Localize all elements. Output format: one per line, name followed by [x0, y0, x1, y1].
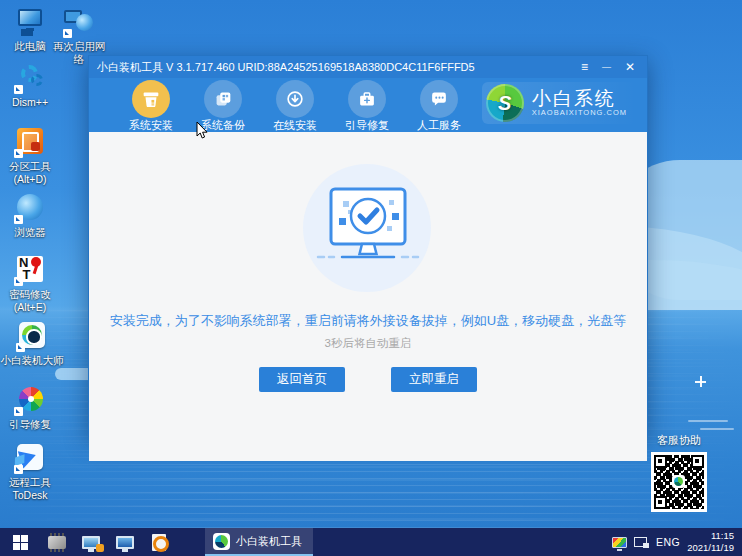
taskbar: 小白装机工具 ENG 11:15 2021/11/19 — [0, 528, 742, 556]
gears-icon — [14, 62, 46, 94]
download-icon — [276, 80, 314, 118]
back-home-button[interactable]: 返回首页 — [259, 367, 345, 392]
brand-subtitle: XIAOBAIXITONG.COM — [532, 108, 627, 117]
taskbar-active-task[interactable]: 小白装机工具 — [205, 528, 313, 556]
minimize-icon[interactable]: — — [602, 63, 611, 72]
system-tray: ENG 11:15 2021/11/19 — [612, 528, 742, 556]
nav-tab-system-install[interactable]: 系统安装 — [115, 78, 187, 133]
taskbar-item-system-tool[interactable] — [74, 528, 108, 556]
brand-logo: 小白系统 XIAOBAIXITONG.COM — [482, 82, 637, 124]
start-button[interactable] — [0, 528, 40, 556]
taskbar-item-pc-tool[interactable] — [108, 528, 142, 556]
xiaobai-task-icon — [213, 533, 230, 550]
restart-now-button[interactable]: 立即重启 — [391, 367, 477, 392]
xiaobai-logo-icon — [16, 320, 48, 352]
backup-icon — [204, 80, 242, 118]
this-pc-icon — [14, 6, 46, 38]
taskbar-item-search-tool[interactable] — [142, 528, 176, 556]
tray-time: 11:15 — [687, 530, 734, 542]
brand-title: 小白系统 — [532, 89, 627, 109]
nav-tab-online-install[interactable]: 在线安装 — [259, 78, 331, 133]
support-qr-panel: 客服协助 — [646, 433, 712, 512]
desktop-icon-xiaobai-master[interactable]: 小白装机大师 — [0, 320, 64, 367]
sparkle-decoration — [695, 376, 706, 387]
windows-logo-icon — [13, 535, 28, 550]
tray-date: 2021/11/19 — [687, 542, 734, 554]
qr-center-logo — [672, 475, 685, 488]
partition-tool-icon — [14, 126, 46, 158]
pinwheel-icon — [14, 384, 46, 416]
window-content: 安装完成，为了不影响系统部署，重启前请将外接设备拔掉，例如U盘，移动硬盘，光盘等… — [89, 156, 647, 461]
success-illustration — [293, 156, 443, 306]
nav-tab-system-backup[interactable]: 系统备份 — [187, 78, 259, 133]
desktop-icon-boot-repair[interactable]: 引导修复 — [2, 384, 58, 431]
nav-tab-customer-service[interactable]: 人工服务 — [403, 78, 475, 133]
window-title: 小白装机工具 V 3.1.717.460 URID:88A24525169518… — [97, 60, 581, 75]
installer-window: 小白装机工具 V 3.1.717.460 URID:88A24525169518… — [88, 55, 648, 437]
xiaobai-brand-icon — [486, 84, 524, 122]
window-titlebar[interactable]: 小白装机工具 V 3.1.717.460 URID:88A24525169518… — [89, 56, 647, 78]
restart-countdown: 3秒后将自动重启 — [89, 336, 647, 351]
desktop-icon-partition-tool[interactable]: 分区工具 (Alt+D) — [2, 126, 58, 186]
close-icon[interactable]: ✕ — [625, 61, 635, 73]
chip-icon — [48, 536, 66, 549]
desktop-icon-browser[interactable]: 浏览器 — [2, 192, 58, 239]
clock[interactable]: 11:15 2021/11/19 — [687, 530, 734, 554]
display-color-icon[interactable] — [612, 537, 627, 548]
nav-bar: 系统安装 系统备份 在线安装 引导修复 人工服务 — [89, 78, 647, 132]
install-box-icon — [132, 80, 170, 118]
completion-message: 安装完成，为了不影响系统部署，重启前请将外接设备拔掉，例如U盘，移动硬盘，光盘等 — [89, 312, 647, 330]
support-qr-code — [651, 452, 707, 512]
nt-password-icon: N T — [14, 254, 46, 286]
taskbar-item-hardware-tool[interactable] — [40, 528, 74, 556]
menu-icon[interactable]: ≡ — [581, 61, 588, 73]
network-status-icon[interactable] — [634, 536, 649, 548]
desktop-icon-todesk[interactable]: 远程工具 ToDesk — [2, 442, 58, 502]
search-doc-icon — [152, 534, 166, 551]
todesk-icon — [14, 442, 46, 474]
desktop-icon-dism[interactable]: Dism++ — [2, 62, 58, 109]
network-icon — [63, 6, 95, 38]
input-language-indicator[interactable]: ENG — [656, 536, 680, 548]
chat-icon — [420, 80, 458, 118]
desktop-icon-password-change[interactable]: N T 密码修改 (Alt+E) — [2, 254, 58, 314]
qr-label: 客服协助 — [646, 433, 712, 448]
globe-icon — [14, 192, 46, 224]
toolbox-icon — [348, 80, 386, 118]
computer-icon — [116, 536, 134, 549]
nav-tab-boot-repair[interactable]: 引导修复 — [331, 78, 403, 133]
